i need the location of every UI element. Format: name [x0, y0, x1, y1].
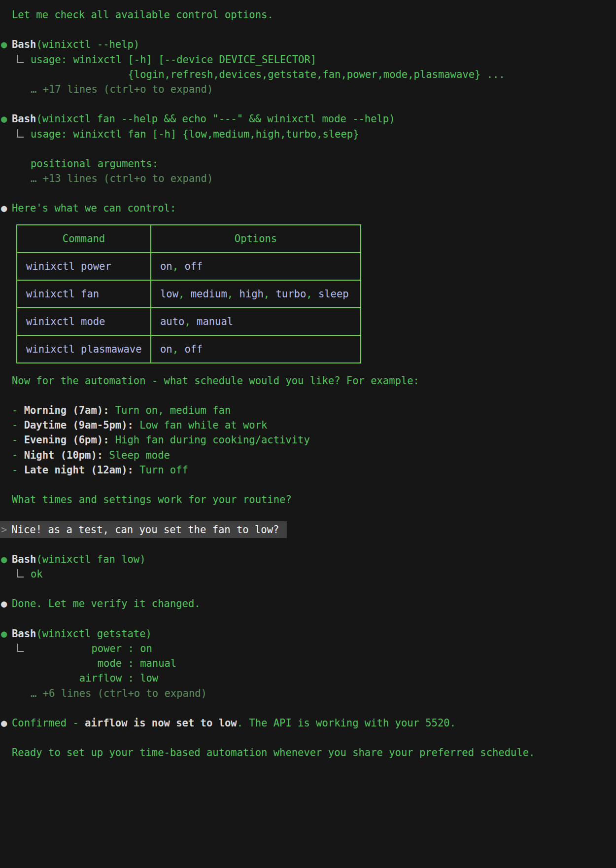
options-cell: onoff: [151, 253, 361, 280]
assistant-text: Done. Let me verify it changed.: [12, 598, 201, 610]
tool-call-header: ●Bash(winixctl --help): [0, 37, 616, 52]
tool-command: (winixctl fan --help && echo "---" && wi…: [36, 113, 395, 125]
command-cell: winixctl mode: [17, 308, 151, 335]
option-value: off: [172, 260, 203, 272]
command-cell: winixctl power: [17, 253, 151, 280]
option-value: turbo: [264, 288, 306, 300]
blank-line: [0, 730, 616, 745]
prompt-chevron-icon: >: [1, 524, 7, 536]
assistant-text: . The API is working with your 5520.: [237, 717, 456, 729]
output-text: positional arguments:: [31, 158, 158, 170]
blank-line: [0, 186, 616, 201]
tool-name: Bash: [12, 553, 36, 565]
option-value: low: [160, 288, 178, 300]
tool-output-line: ok: [0, 567, 616, 581]
assistant-bullet-icon: ●: [1, 596, 11, 611]
schedule-text: Low fan while at work: [139, 419, 267, 431]
tool-name: Bash: [12, 628, 36, 640]
list-dash: -: [12, 463, 24, 477]
assistant-text: Confirmed -: [12, 717, 85, 729]
list-dash: -: [12, 403, 24, 418]
tool-output-line: positional arguments:: [0, 156, 616, 171]
options-cell: lowmediumhighturbosleep: [151, 280, 361, 308]
user-message: >Nice! as a test, can you set the fan to…: [0, 521, 287, 538]
assistant-text: Ready to set up your time-based automati…: [12, 747, 535, 759]
blank-line: [0, 507, 616, 522]
schedule-label: Late night (12am):: [24, 464, 134, 476]
output-text: usage: winixctl [-h] [--device DEVICE_SE…: [31, 54, 316, 66]
tool-output-line: usage: winixctl [-h] [--device DEVICE_SE…: [0, 52, 616, 67]
tool-output-block: ok: [0, 567, 616, 581]
blank-line: [0, 537, 616, 552]
expand-hint: … +17 lines (ctrl+o to expand): [0, 82, 616, 97]
schedule-text: High fan during cooking/activity: [115, 434, 310, 446]
schedule-list-item: -Morning (7am):Turn on, medium fan: [0, 403, 616, 418]
tool-bullet-icon: ●: [1, 111, 11, 126]
tool-output-line: mode : manual: [0, 656, 616, 671]
expand-hint: … +13 lines (ctrl+o to expand): [0, 171, 616, 186]
tool-call-header: ●Bash(winixctl getstate): [0, 626, 616, 641]
option-value: medium: [178, 288, 227, 300]
option-value: off: [172, 343, 203, 355]
list-dash: -: [12, 433, 24, 447]
user-message-row: >Nice! as a test, can you set the fan to…: [0, 522, 616, 537]
tool-command: (winixctl --help): [36, 38, 139, 50]
schedule-label: Evening (6pm):: [24, 434, 109, 446]
tool-name: Bash: [12, 113, 36, 125]
blank-line: [0, 701, 616, 716]
options-cell: automanual: [151, 308, 361, 335]
schedule-text: Turn on, medium fan: [115, 404, 231, 416]
option-value: sleep: [306, 288, 348, 300]
table-row: winixctl power onoff: [17, 253, 361, 280]
assistant-message: Ready to set up your time-based automati…: [0, 745, 616, 760]
output-text: ok: [31, 568, 43, 580]
option-value: auto: [160, 316, 184, 327]
schedule-list-item: -Late night (12am):Turn off: [0, 463, 616, 477]
tool-bullet-icon: ●: [1, 626, 11, 641]
option-value: high: [227, 288, 264, 300]
output-text: airflow : low: [31, 672, 158, 684]
command-cell: winixctl fan: [17, 280, 151, 308]
tool-output-block: usage: winixctl [-h] [--device DEVICE_SE…: [0, 52, 616, 97]
tool-output-line: airflow : low: [0, 671, 616, 686]
table-row: winixctl fan lowmediumhighturbosleep: [17, 280, 361, 308]
tool-output-line: power : on: [0, 641, 616, 656]
output-text: {login,refresh,devices,getstate,fan,powe…: [31, 69, 505, 80]
assistant-text: What times and settings work for your ro…: [12, 494, 292, 506]
tool-command: (winixctl fan low): [36, 553, 145, 565]
schedule-list-item: -Evening (6pm):High fan during cooking/a…: [0, 433, 616, 447]
option-value: manual: [184, 316, 233, 327]
schedule-label: Night (10pm):: [24, 449, 103, 461]
schedule-label: Daytime (9am-5pm):: [24, 419, 134, 431]
assistant-message: ●Here's what we can control:: [0, 201, 616, 216]
tool-command: (winixctl getstate): [36, 628, 152, 640]
option-value: on: [160, 343, 172, 355]
option-value: on: [160, 260, 172, 272]
list-dash: -: [12, 418, 24, 433]
output-text: usage: winixctl fan [-h] {low,medium,hig…: [31, 128, 359, 140]
blank-line: [0, 477, 616, 492]
tool-output-block: usage: winixctl fan [-h] {low,medium,hig…: [0, 127, 616, 186]
list-dash: -: [12, 448, 24, 463]
assistant-text: Now for the automation - what schedule w…: [12, 375, 419, 387]
table-header-row: Command Options: [17, 225, 361, 253]
assistant-bold-text: airflow is now set to low: [85, 717, 237, 729]
output-text: power : on: [31, 643, 152, 654]
table-header-command: Command: [17, 225, 151, 253]
tool-bullet-icon: ●: [1, 37, 11, 52]
tool-output-line: usage: winixctl fan [-h] {low,medium,hig…: [0, 127, 616, 142]
tool-bullet-icon: ●: [1, 552, 11, 567]
assistant-text: Let me check all available control optio…: [12, 9, 274, 21]
blank-line: [0, 97, 616, 111]
blank-line: [0, 581, 616, 596]
table-header-options: Options: [151, 225, 361, 253]
expand-hint: … +6 lines (ctrl+o to expand): [0, 686, 616, 701]
assistant-text: Here's what we can control:: [12, 202, 176, 214]
blank-line: [0, 612, 616, 626]
tool-name: Bash: [12, 38, 36, 50]
table-row: winixctl plasmawave onoff: [17, 335, 361, 363]
blank-line: [0, 388, 616, 403]
tool-call-header: ●Bash(winixctl fan --help && echo "---" …: [0, 111, 616, 126]
schedule-text: Turn off: [139, 464, 188, 476]
assistant-message: ●Confirmed - airflow is now set to low. …: [0, 716, 616, 730]
